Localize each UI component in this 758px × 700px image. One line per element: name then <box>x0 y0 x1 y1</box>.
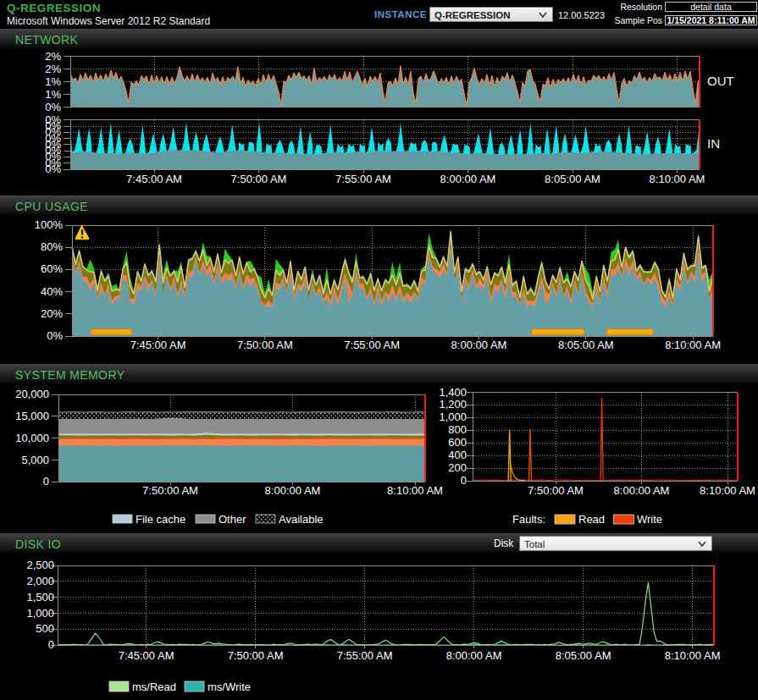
svg-text:15,000: 15,000 <box>15 410 49 422</box>
svg-text:0: 0 <box>461 474 467 487</box>
svg-text:Read: Read <box>578 513 605 526</box>
svg-text:7:45:00 AM: 7:45:00 AM <box>130 339 186 351</box>
svg-text:0: 0 <box>48 638 54 651</box>
svg-text:Write: Write <box>637 513 662 526</box>
svg-text:2,500: 2,500 <box>26 559 54 571</box>
svg-text:20,000: 20,000 <box>15 388 49 400</box>
svg-text:8:10:00 AM: 8:10:00 AM <box>387 484 443 497</box>
svg-text:File cache: File cache <box>136 513 185 526</box>
svg-text:200: 200 <box>448 461 467 474</box>
svg-text:7:55:00 AM: 7:55:00 AM <box>344 339 400 351</box>
svg-text:OUT: OUT <box>707 74 734 88</box>
svg-text:7:55:00 AM: 7:55:00 AM <box>335 173 391 185</box>
svg-text:Faults:: Faults: <box>512 513 545 526</box>
svg-text:Available: Available <box>279 513 324 526</box>
svg-text:8:10:00 AM: 8:10:00 AM <box>665 649 721 662</box>
svg-text:40%: 40% <box>41 285 63 298</box>
svg-text:500: 500 <box>36 622 54 635</box>
svg-text:0%: 0% <box>47 329 63 342</box>
svg-text:8:00:00 AM: 8:00:00 AM <box>614 484 670 497</box>
svg-text:7:45:00 AM: 7:45:00 AM <box>126 173 182 185</box>
svg-text:ms/Read: ms/Read <box>132 681 176 693</box>
svg-text:8:05:00 AM: 8:05:00 AM <box>558 339 614 351</box>
svg-text:7:50:00 AM: 7:50:00 AM <box>228 649 284 662</box>
svg-text:8:05:00 AM: 8:05:00 AM <box>556 649 611 662</box>
svg-text:IN: IN <box>707 136 720 151</box>
svg-text:1,200: 1,200 <box>439 398 467 411</box>
svg-text:8:00:00 AM: 8:00:00 AM <box>265 484 321 497</box>
svg-text:80%: 80% <box>41 240 63 253</box>
svg-text:0: 0 <box>43 475 49 488</box>
svg-text:ms/Write: ms/Write <box>207 681 251 693</box>
svg-text:2,000: 2,000 <box>26 575 54 587</box>
svg-text:7:50:00 AM: 7:50:00 AM <box>142 484 198 497</box>
svg-text:8:10:00 AM: 8:10:00 AM <box>700 484 755 497</box>
svg-text:2%: 2% <box>45 50 61 63</box>
svg-text:1,000: 1,000 <box>439 411 467 423</box>
svg-text:8:00:00 AM: 8:00:00 AM <box>451 339 507 351</box>
svg-text:1%: 1% <box>45 75 61 88</box>
svg-text:1,400: 1,400 <box>439 386 467 399</box>
svg-text:8:10:00 AM: 8:10:00 AM <box>665 339 721 351</box>
svg-text:Other: Other <box>219 513 246 526</box>
svg-text:10,000: 10,000 <box>15 432 49 444</box>
svg-text:1%: 1% <box>45 88 61 101</box>
svg-text:1,500: 1,500 <box>26 591 54 604</box>
svg-text:7:55:00 AM: 7:55:00 AM <box>337 649 393 662</box>
svg-text:0%: 0% <box>45 163 61 175</box>
svg-text:400: 400 <box>448 449 467 461</box>
svg-text:7:45:00 AM: 7:45:00 AM <box>119 649 174 662</box>
svg-text:100%: 100% <box>35 218 64 231</box>
svg-text:800: 800 <box>448 423 467 436</box>
svg-text:60%: 60% <box>41 262 63 275</box>
svg-text:7:50:00 AM: 7:50:00 AM <box>237 339 293 351</box>
svg-text:8:05:00 AM: 8:05:00 AM <box>545 173 600 185</box>
svg-text:7:50:00 AM: 7:50:00 AM <box>231 173 287 185</box>
svg-text:8:00:00 AM: 8:00:00 AM <box>446 649 502 662</box>
svg-text:7:50:00 AM: 7:50:00 AM <box>528 484 584 497</box>
svg-text:8:00:00 AM: 8:00:00 AM <box>440 173 496 185</box>
svg-text:5,000: 5,000 <box>21 454 49 466</box>
svg-text:0%: 0% <box>45 101 61 113</box>
svg-text:600: 600 <box>448 436 467 449</box>
svg-text:20%: 20% <box>41 307 63 320</box>
svg-text:2%: 2% <box>45 63 61 75</box>
svg-text:8:10:00 AM: 8:10:00 AM <box>650 173 705 185</box>
svg-text:1,000: 1,000 <box>26 607 54 620</box>
